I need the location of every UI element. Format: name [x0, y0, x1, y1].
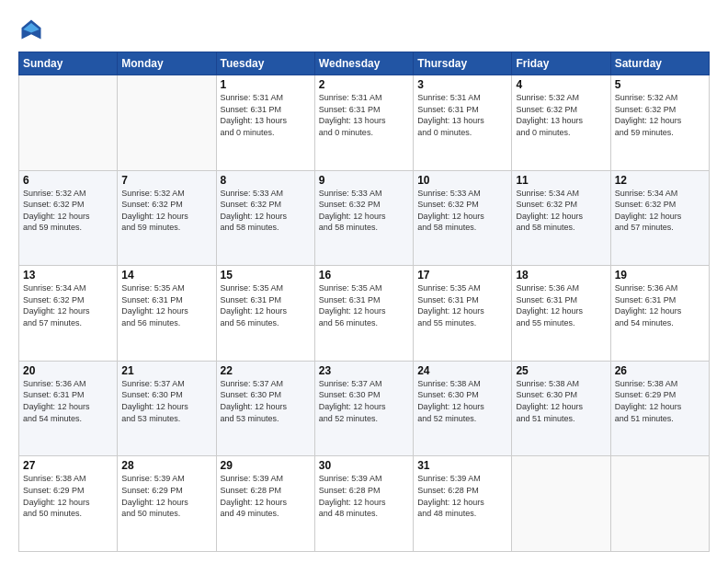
day-info: Sunrise: 5:38 AM Sunset: 6:30 PM Dayligh…	[417, 378, 507, 424]
day-number: 11	[516, 174, 606, 187]
day-info: Sunrise: 5:36 AM Sunset: 6:31 PM Dayligh…	[516, 282, 606, 328]
day-info: Sunrise: 5:36 AM Sunset: 6:31 PM Dayligh…	[23, 378, 113, 424]
col-header-tuesday: Tuesday	[216, 52, 314, 75]
calendar-cell: 28Sunrise: 5:39 AM Sunset: 6:29 PM Dayli…	[118, 456, 216, 552]
day-number: 6	[23, 174, 113, 187]
day-info: Sunrise: 5:35 AM Sunset: 6:31 PM Dayligh…	[319, 282, 409, 328]
day-number: 5	[615, 78, 705, 91]
calendar-cell: 11Sunrise: 5:34 AM Sunset: 6:32 PM Dayli…	[512, 170, 610, 266]
calendar-cell: 17Sunrise: 5:35 AM Sunset: 6:31 PM Dayli…	[414, 266, 512, 362]
day-number: 14	[121, 269, 211, 282]
calendar-cell: 29Sunrise: 5:39 AM Sunset: 6:28 PM Dayli…	[216, 456, 314, 552]
day-info: Sunrise: 5:38 AM Sunset: 6:29 PM Dayligh…	[23, 473, 113, 519]
col-header-friday: Friday	[512, 52, 610, 75]
calendar-cell: 8Sunrise: 5:33 AM Sunset: 6:32 PM Daylig…	[216, 170, 314, 266]
week-row-2: 6Sunrise: 5:32 AM Sunset: 6:32 PM Daylig…	[19, 170, 710, 266]
col-header-saturday: Saturday	[610, 52, 709, 75]
calendar-cell: 13Sunrise: 5:34 AM Sunset: 6:32 PM Dayli…	[19, 266, 118, 362]
page: SundayMondayTuesdayWednesdayThursdayFrid…	[0, 0, 728, 563]
calendar-cell	[19, 75, 118, 171]
day-info: Sunrise: 5:34 AM Sunset: 6:32 PM Dayligh…	[516, 188, 606, 234]
calendar-cell: 20Sunrise: 5:36 AM Sunset: 6:31 PM Dayli…	[19, 361, 118, 456]
calendar-cell: 25Sunrise: 5:38 AM Sunset: 6:30 PM Dayli…	[512, 361, 610, 456]
calendar-cell: 22Sunrise: 5:37 AM Sunset: 6:30 PM Dayli…	[216, 361, 314, 456]
calendar-cell: 23Sunrise: 5:37 AM Sunset: 6:30 PM Dayli…	[314, 361, 413, 456]
day-number: 1	[221, 78, 311, 91]
day-number: 3	[417, 78, 507, 91]
col-header-monday: Monday	[118, 52, 216, 75]
calendar-cell: 30Sunrise: 5:39 AM Sunset: 6:28 PM Dayli…	[314, 456, 413, 552]
day-number: 24	[417, 364, 507, 377]
day-info: Sunrise: 5:39 AM Sunset: 6:29 PM Dayligh…	[121, 473, 211, 519]
day-number: 30	[319, 459, 409, 472]
day-number: 25	[516, 364, 606, 377]
calendar-cell: 24Sunrise: 5:38 AM Sunset: 6:30 PM Dayli…	[414, 361, 512, 456]
calendar-cell: 1Sunrise: 5:31 AM Sunset: 6:31 PM Daylig…	[216, 75, 314, 171]
calendar-cell: 12Sunrise: 5:34 AM Sunset: 6:32 PM Dayli…	[610, 170, 709, 266]
day-info: Sunrise: 5:33 AM Sunset: 6:32 PM Dayligh…	[417, 188, 507, 234]
calendar-header-row: SundayMondayTuesdayWednesdayThursdayFrid…	[19, 52, 710, 75]
calendar-cell: 16Sunrise: 5:35 AM Sunset: 6:31 PM Dayli…	[314, 266, 413, 362]
day-info: Sunrise: 5:34 AM Sunset: 6:32 PM Dayligh…	[23, 282, 113, 328]
calendar-cell	[118, 75, 216, 171]
day-info: Sunrise: 5:32 AM Sunset: 6:32 PM Dayligh…	[23, 188, 113, 234]
day-number: 29	[221, 459, 311, 472]
calendar-cell: 18Sunrise: 5:36 AM Sunset: 6:31 PM Dayli…	[512, 266, 610, 362]
day-info: Sunrise: 5:33 AM Sunset: 6:32 PM Dayligh…	[319, 188, 409, 234]
day-info: Sunrise: 5:31 AM Sunset: 6:31 PM Dayligh…	[221, 92, 311, 138]
col-header-thursday: Thursday	[414, 52, 512, 75]
day-info: Sunrise: 5:37 AM Sunset: 6:30 PM Dayligh…	[319, 378, 409, 424]
calendar-cell: 26Sunrise: 5:38 AM Sunset: 6:29 PM Dayli…	[610, 361, 709, 456]
day-info: Sunrise: 5:35 AM Sunset: 6:31 PM Dayligh…	[121, 282, 211, 328]
calendar-cell: 9Sunrise: 5:33 AM Sunset: 6:32 PM Daylig…	[314, 170, 413, 266]
col-header-sunday: Sunday	[19, 52, 118, 75]
logo-icon	[18, 17, 44, 42]
day-number: 21	[121, 364, 211, 377]
day-info: Sunrise: 5:38 AM Sunset: 6:30 PM Dayligh…	[516, 378, 606, 424]
day-info: Sunrise: 5:39 AM Sunset: 6:28 PM Dayligh…	[221, 473, 311, 519]
calendar-cell: 4Sunrise: 5:32 AM Sunset: 6:32 PM Daylig…	[512, 75, 610, 171]
day-number: 31	[417, 459, 507, 472]
day-number: 15	[221, 269, 311, 282]
calendar-cell: 31Sunrise: 5:39 AM Sunset: 6:28 PM Dayli…	[414, 456, 512, 552]
calendar-cell: 19Sunrise: 5:36 AM Sunset: 6:31 PM Dayli…	[610, 266, 709, 362]
day-number: 9	[319, 174, 409, 187]
calendar-cell: 7Sunrise: 5:32 AM Sunset: 6:32 PM Daylig…	[118, 170, 216, 266]
calendar-cell: 21Sunrise: 5:37 AM Sunset: 6:30 PM Dayli…	[118, 361, 216, 456]
calendar-cell: 14Sunrise: 5:35 AM Sunset: 6:31 PM Dayli…	[118, 266, 216, 362]
header	[18, 17, 710, 42]
day-number: 16	[319, 269, 409, 282]
week-row-3: 13Sunrise: 5:34 AM Sunset: 6:32 PM Dayli…	[19, 266, 710, 362]
day-info: Sunrise: 5:33 AM Sunset: 6:32 PM Dayligh…	[221, 188, 311, 234]
day-number: 23	[319, 364, 409, 377]
day-number: 12	[615, 174, 705, 187]
calendar-cell: 15Sunrise: 5:35 AM Sunset: 6:31 PM Dayli…	[216, 266, 314, 362]
calendar-cell: 10Sunrise: 5:33 AM Sunset: 6:32 PM Dayli…	[414, 170, 512, 266]
day-info: Sunrise: 5:39 AM Sunset: 6:28 PM Dayligh…	[417, 473, 507, 519]
day-number: 19	[615, 269, 705, 282]
week-row-1: 1Sunrise: 5:31 AM Sunset: 6:31 PM Daylig…	[19, 75, 710, 171]
day-info: Sunrise: 5:36 AM Sunset: 6:31 PM Dayligh…	[615, 282, 705, 328]
logo	[18, 17, 48, 42]
day-info: Sunrise: 5:31 AM Sunset: 6:31 PM Dayligh…	[417, 92, 507, 138]
day-info: Sunrise: 5:32 AM Sunset: 6:32 PM Dayligh…	[615, 92, 705, 138]
day-info: Sunrise: 5:32 AM Sunset: 6:32 PM Dayligh…	[516, 92, 606, 138]
day-number: 13	[23, 269, 113, 282]
day-info: Sunrise: 5:35 AM Sunset: 6:31 PM Dayligh…	[417, 282, 507, 328]
day-number: 8	[221, 174, 311, 187]
calendar-cell	[610, 456, 709, 552]
day-number: 4	[516, 78, 606, 91]
day-number: 2	[319, 78, 409, 91]
calendar-cell: 5Sunrise: 5:32 AM Sunset: 6:32 PM Daylig…	[610, 75, 709, 171]
day-info: Sunrise: 5:39 AM Sunset: 6:28 PM Dayligh…	[319, 473, 409, 519]
week-row-4: 20Sunrise: 5:36 AM Sunset: 6:31 PM Dayli…	[19, 361, 710, 456]
day-info: Sunrise: 5:37 AM Sunset: 6:30 PM Dayligh…	[221, 378, 311, 424]
day-number: 20	[23, 364, 113, 377]
day-number: 10	[417, 174, 507, 187]
calendar-cell: 6Sunrise: 5:32 AM Sunset: 6:32 PM Daylig…	[19, 170, 118, 266]
col-header-wednesday: Wednesday	[314, 52, 413, 75]
calendar-table: SundayMondayTuesdayWednesdayThursdayFrid…	[18, 52, 710, 552]
day-info: Sunrise: 5:35 AM Sunset: 6:31 PM Dayligh…	[221, 282, 311, 328]
calendar-cell: 2Sunrise: 5:31 AM Sunset: 6:31 PM Daylig…	[314, 75, 413, 171]
day-info: Sunrise: 5:37 AM Sunset: 6:30 PM Dayligh…	[121, 378, 211, 424]
